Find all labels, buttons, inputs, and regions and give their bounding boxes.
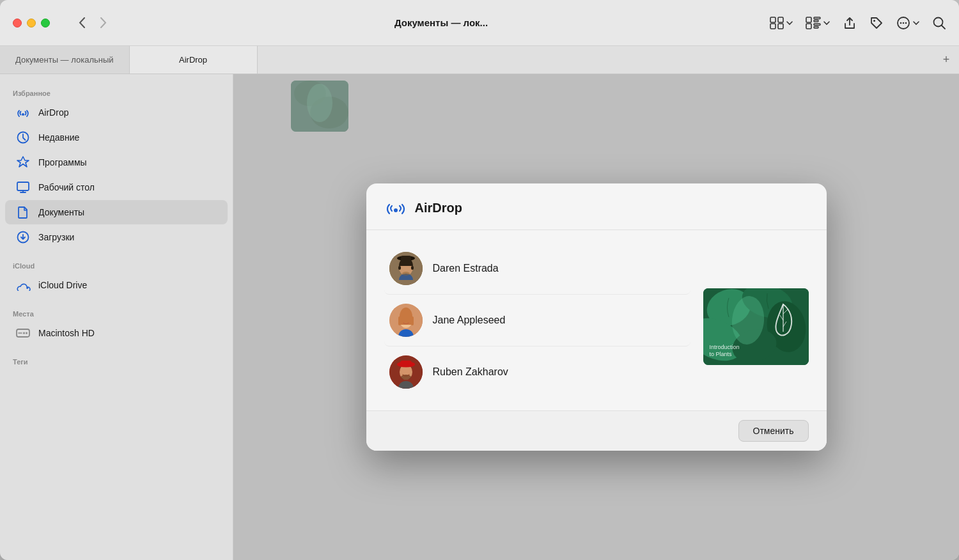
traffic-lights: [13, 19, 50, 27]
downloads-icon: [15, 229, 31, 245]
contact-item-ruben[interactable]: Ruben Zakharov: [384, 346, 690, 398]
more-icon[interactable]: [896, 16, 919, 30]
maximize-button[interactable]: [41, 19, 50, 27]
main-content: Избранное AirDrop: [0, 74, 959, 560]
file-preview-inner: Introductionto Plants: [703, 288, 809, 365]
svg-rect-2: [770, 24, 776, 29]
contact-name-jane: Jane Appleseed: [433, 315, 506, 326]
dialog-footer: Отменить: [366, 410, 827, 451]
svg-point-10: [873, 20, 875, 22]
contact-name-ruben: Ruben Zakharov: [433, 366, 508, 378]
svg-rect-42: [400, 361, 412, 367]
sidebar-item-documents-label: Документы: [38, 207, 84, 217]
documents-icon: [15, 205, 31, 220]
cancel-button[interactable]: Отменить: [738, 420, 809, 442]
hd-icon: [15, 325, 31, 341]
dialog-title: AirDrop: [415, 201, 462, 215]
svg-point-13: [903, 22, 905, 24]
tab-add-button[interactable]: +: [933, 46, 959, 74]
svg-point-27: [394, 208, 398, 212]
svg-rect-4: [806, 17, 811, 22]
sidebar-item-applications-label: Программы: [38, 157, 87, 167]
forward-button[interactable]: [95, 14, 113, 32]
avatar-daren: [389, 252, 423, 285]
finder-window: Документы — лок...: [0, 0, 959, 560]
sidebar: Избранное AirDrop: [0, 74, 233, 560]
tab-airdrop[interactable]: AirDrop: [130, 46, 258, 74]
tag-icon[interactable]: [869, 16, 884, 30]
window-title: Документы — лок...: [123, 17, 760, 28]
svg-rect-7: [806, 24, 811, 29]
sidebar-section-icloud: iCloud: [0, 257, 233, 272]
svg-rect-30: [398, 266, 401, 270]
airdrop-dialog: AirDrop: [366, 183, 827, 451]
svg-point-21: [26, 332, 27, 334]
tabs-bar: Документы — локальный AirDrop +: [0, 46, 959, 74]
svg-point-22: [23, 332, 25, 334]
sidebar-item-documents[interactable]: Документы: [5, 200, 228, 224]
svg-rect-6: [814, 20, 818, 22]
sidebar-item-macintosh-hd-label: Macintosh HD: [38, 328, 95, 338]
svg-rect-9: [814, 26, 818, 28]
svg-rect-38: [411, 316, 414, 325]
share-icon[interactable]: [843, 16, 857, 30]
sidebar-item-recents[interactable]: Недавние: [5, 125, 228, 150]
svg-rect-8: [814, 24, 820, 26]
recents-icon: [15, 130, 31, 145]
minimize-button[interactable]: [27, 19, 36, 27]
sidebar-section-favorites: Избранное: [0, 84, 233, 100]
sidebar-item-desktop[interactable]: Рабочий стол: [5, 175, 228, 199]
nav-buttons: [73, 14, 113, 32]
svg-rect-37: [398, 316, 401, 325]
svg-point-43: [401, 375, 411, 380]
sidebar-item-icloud-drive[interactable]: iCloud Drive: [5, 273, 228, 297]
avatar-ruben: [389, 355, 423, 389]
search-icon[interactable]: [932, 16, 946, 30]
toolbar-icons: [770, 16, 946, 30]
contacts-list: Daren Estrada: [384, 243, 690, 398]
overlay: AirDrop: [233, 74, 959, 560]
svg-rect-33: [401, 256, 411, 262]
tab-documents[interactable]: Документы — локальный: [0, 46, 130, 74]
svg-rect-3: [778, 24, 783, 29]
contact-item-daren[interactable]: Daren Estrada: [384, 243, 690, 295]
sidebar-item-icloud-drive-label: iCloud Drive: [38, 280, 87, 290]
titlebar: Документы — лок...: [0, 0, 959, 46]
svg-rect-5: [814, 17, 820, 19]
dialog-airdrop-icon: [384, 196, 407, 219]
svg-point-14: [905, 22, 907, 24]
file-preview: Introductionto Plants: [703, 288, 809, 365]
contact-name-daren: Daren Estrada: [433, 263, 499, 274]
svg-rect-1: [778, 17, 783, 22]
content-area: AirDrop: [233, 74, 959, 560]
sidebar-item-airdrop[interactable]: AirDrop: [5, 100, 228, 125]
sidebar-item-downloads[interactable]: Загрузки: [5, 225, 228, 249]
sidebar-item-desktop-label: Рабочий стол: [38, 182, 95, 192]
desktop-icon: [15, 180, 31, 195]
avatar-jane: [389, 304, 423, 337]
sidebar-item-macintosh-hd[interactable]: Macintosh HD: [5, 321, 228, 345]
grid-view-icon[interactable]: [770, 17, 793, 29]
svg-point-16: [22, 113, 24, 116]
icloud-icon: [15, 277, 31, 293]
svg-rect-31: [411, 266, 414, 270]
dialog-header: AirDrop: [366, 183, 827, 230]
sidebar-item-applications[interactable]: Программы: [5, 150, 228, 175]
group-icon[interactable]: [806, 17, 830, 29]
sidebar-item-downloads-label: Загрузки: [38, 232, 74, 242]
contact-item-jane[interactable]: Jane Appleseed: [384, 295, 690, 346]
sidebar-item-recents-label: Недавние: [38, 132, 79, 143]
sidebar-section-locations: Места: [0, 305, 233, 320]
close-button[interactable]: [13, 19, 22, 27]
svg-point-12: [900, 22, 902, 24]
sidebar-section-tags: Теги: [0, 353, 233, 368]
svg-rect-0: [770, 17, 776, 22]
svg-point-34: [402, 272, 410, 276]
file-preview-caption: Introductionto Plants: [710, 344, 740, 359]
applications-icon: [15, 155, 31, 170]
sidebar-item-airdrop-label: AirDrop: [38, 107, 68, 118]
svg-rect-18: [17, 182, 29, 191]
airdrop-icon: [15, 105, 31, 120]
back-button[interactable]: [73, 14, 91, 32]
dialog-body: Daren Estrada: [366, 230, 827, 410]
